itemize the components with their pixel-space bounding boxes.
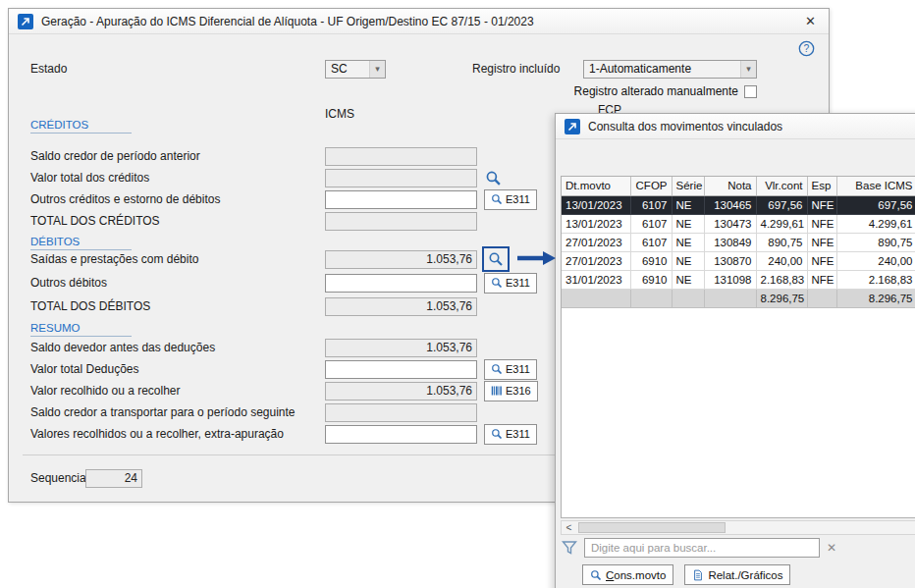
valor-total-creditos-input <box>325 169 477 187</box>
table-row[interactable]: 31/01/2023 6910 NE 131098 2.168,83 NFE 2… <box>562 270 915 289</box>
field-label: Saldo credor a transportar para o períod… <box>30 405 325 419</box>
field-label: Saldo credor de período anterior <box>30 149 325 163</box>
estado-value: SC <box>331 62 369 76</box>
lookup-button-label: E311 <box>506 428 530 440</box>
col-header-esp[interactable]: Esp <box>807 177 836 195</box>
col-header-nota[interactable]: Nota <box>704 177 756 195</box>
search-icon <box>491 428 503 440</box>
field-row: Valor recolhido ou a recolher E316 <box>30 381 538 401</box>
field-label: TOTAL DOS DÉBITOS <box>30 299 325 313</box>
movements-grid: Dt.movto CFOP Série Nota Vlr.cont Esp Ba… <box>561 176 915 518</box>
table-header-row[interactable]: Dt.movto CFOP Série Nota Vlr.cont Esp Ba… <box>562 177 915 195</box>
saldo-devedor-input <box>325 339 477 357</box>
search-icon <box>491 277 503 289</box>
e311-lookup-button[interactable]: E311 <box>484 273 537 294</box>
scroll-left-icon[interactable]: < <box>562 521 576 534</box>
e311-lookup-button[interactable]: E311 <box>484 189 537 210</box>
registro-alterado-label: Registro alterado manualmente <box>574 84 738 98</box>
cons-movto-button[interactable]: Cons.movto <box>582 564 673 585</box>
search-icon <box>590 569 602 581</box>
field-row: TOTAL DOS DÉBITOS <box>30 296 477 316</box>
movements-table[interactable]: Dt.movto CFOP Série Nota Vlr.cont Esp Ba… <box>562 177 915 308</box>
outros-creditos-input[interactable] <box>325 190 477 209</box>
popup-title: Consulta dos movimentos vinculados <box>588 120 782 134</box>
estado-select[interactable]: SC ▾ <box>325 60 386 79</box>
e311-lookup-button[interactable]: E311 <box>484 359 537 380</box>
popup-titlebar[interactable]: Consulta dos movimentos vinculados <box>556 114 915 139</box>
field-row: Saldo credor a transportar para o períod… <box>30 402 477 422</box>
chevron-down-icon: ▾ <box>740 61 756 78</box>
filter-row: ✕ <box>562 537 836 559</box>
link-arrow <box>517 250 557 266</box>
col-header-baseicms[interactable]: Base ICMS <box>836 177 915 195</box>
col-header-dtmovto[interactable]: Dt.movto <box>562 177 630 195</box>
registro-alterado-checkbox[interactable] <box>744 85 757 98</box>
registro-alterado-row: Registro alterado manualmente <box>472 81 757 101</box>
field-label: TOTAL DOS CRÉDITOS <box>30 214 325 228</box>
close-icon[interactable]: ✕ <box>801 14 820 28</box>
lookup-button-label: E311 <box>506 277 530 289</box>
popup-window: Consulta dos movimentos vinculados Dt.mo… <box>555 113 915 588</box>
scroll-thumb[interactable] <box>578 522 726 533</box>
valores-extra-input[interactable] <box>325 425 477 444</box>
col-header-vlrcont[interactable]: Vlr.cont <box>756 177 807 195</box>
search-icon <box>491 193 503 205</box>
main-titlebar[interactable]: Geração - Apuração do ICMS Diferencial d… <box>9 9 829 34</box>
field-row: Saldo devedor antes das deduções <box>30 338 477 357</box>
outros-debitos-input[interactable] <box>325 274 477 293</box>
horizontal-scrollbar[interactable]: < <box>561 520 915 535</box>
section-creditos: CRÉDITOS <box>30 119 132 134</box>
window-title: Geração - Apuração do ICMS Diferencial d… <box>41 15 534 28</box>
relat-graficos-button[interactable]: Relat./Gráficos <box>684 564 790 585</box>
registro-incluido-row: Registro incluído 1-Automaticamente ▾ <box>472 59 757 79</box>
saldo-credor-transportar-input <box>325 403 477 422</box>
search-icon[interactable] <box>488 251 504 267</box>
field-row: Saídas e prestações com débito <box>30 249 510 269</box>
e311-lookup-button[interactable]: E311 <box>484 424 537 445</box>
saldo-credor-anterior-input <box>325 147 477 166</box>
app-icon <box>18 14 33 29</box>
filter-icon <box>562 540 577 556</box>
field-label: Valores recolhidos ou a recolher, extra-… <box>30 427 325 441</box>
lookup-button-label: E311 <box>506 363 530 375</box>
field-row: Outros débitos E311 <box>30 273 537 293</box>
valor-recolhido-input <box>325 382 477 401</box>
valor-total-deducoes-input[interactable] <box>325 360 477 379</box>
screen: Geração - Apuração do ICMS Diferencial d… <box>0 0 915 588</box>
field-label: Saídas e prestações com débito <box>30 252 325 266</box>
cons-movto-label: Cons.movto <box>606 569 666 581</box>
table-row[interactable]: 27/01/2023 6107 NE 130849 890,75 NFE 890… <box>562 233 915 251</box>
popup-footer: Cons.movto Relat./Gráficos <box>582 564 790 585</box>
section-debitos: DÉBITOS <box>30 236 132 250</box>
app-icon <box>565 119 580 134</box>
field-label: Outros débitos <box>30 276 325 290</box>
table-row[interactable]: 27/01/2023 6910 NE 130870 240,00 NFE 240… <box>562 251 915 270</box>
help-icon[interactable] <box>798 40 815 57</box>
total-debitos-input <box>325 297 477 316</box>
col-header-cfop[interactable]: CFOP <box>630 177 672 195</box>
sequencial-row: Sequencial <box>30 468 142 488</box>
e316-lookup-button[interactable]: E316 <box>484 381 538 401</box>
estado-label: Estado <box>30 62 325 76</box>
field-row: Saldo credor de período anterior <box>30 146 477 166</box>
field-label: Saldo devedor antes das deduções <box>30 341 325 354</box>
field-label: Valor total dos créditos <box>30 171 325 185</box>
highlighted-search-box[interactable] <box>482 246 510 272</box>
document-icon <box>692 569 704 581</box>
table-row-selected[interactable]: 13/01/2023 6107 NE 130465 697,56 NFE 697… <box>562 195 915 214</box>
saidas-debito-input <box>325 250 477 269</box>
search-icon[interactable] <box>485 170 502 187</box>
registro-incluido-label: Registro incluído <box>472 62 583 76</box>
field-label: Valor recolhido ou a recolher <box>30 384 325 398</box>
table-row[interactable]: 13/01/2023 6107 NE 130473 4.299,61 NFE 4… <box>562 214 915 233</box>
registro-incluido-select[interactable]: 1-Automaticamente ▾ <box>583 60 757 79</box>
clear-search-icon[interactable]: ✕ <box>827 541 836 555</box>
field-label: Outros créditos e estorno de débitos <box>30 192 325 206</box>
table-total-row: 8.296,75 8.296,75 <box>562 289 915 307</box>
lookup-button-label: E316 <box>506 385 531 397</box>
field-label: Valor total Deduções <box>30 362 325 376</box>
search-input[interactable] <box>584 538 820 558</box>
field-row: TOTAL DOS CRÉDITOS <box>30 211 477 231</box>
col-header-serie[interactable]: Série <box>672 177 704 195</box>
field-row: Valor total Deduções E311 <box>30 359 537 379</box>
